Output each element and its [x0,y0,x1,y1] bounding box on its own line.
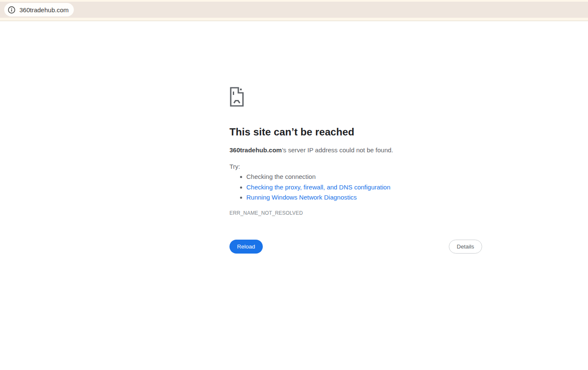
suggestion-item: Checking the connection [229,172,391,182]
sad-document-icon [229,86,244,109]
suggestion-list: Checking the connectionChecking the prox… [229,172,391,203]
page-info-icon[interactable] [8,6,16,14]
toolbar-band [0,2,588,18]
url-text[interactable]: 360tradehub.com [19,6,69,14]
details-button[interactable]: Details [449,240,482,254]
error-domain: 360tradehub.com [229,146,282,154]
suggestion-link[interactable]: Running Windows Network Diagnostics [246,194,357,201]
error-code: ERR_NAME_NOT_RESOLVED [229,210,303,216]
suggestion-link[interactable]: Checking the proxy, firewall, and DNS co… [246,184,391,191]
button-row: Reload Details [229,240,482,254]
browser-toolbar: 360tradehub.com [0,0,588,21]
error-subtitle: 360tradehub.com’s server IP address coul… [229,146,393,154]
reload-button[interactable]: Reload [229,240,263,254]
address-bar[interactable]: 360tradehub.com [4,3,74,16]
suggestion-item-link[interactable]: Checking the proxy, firewall, and DNS co… [229,182,391,193]
error-subtitle-text: ’s server IP address could not be found. [282,146,393,154]
error-title: This site can’t be reached [229,126,354,138]
suggestion-item-link[interactable]: Running Windows Network Diagnostics [229,192,391,203]
try-label: Try: [229,163,240,170]
